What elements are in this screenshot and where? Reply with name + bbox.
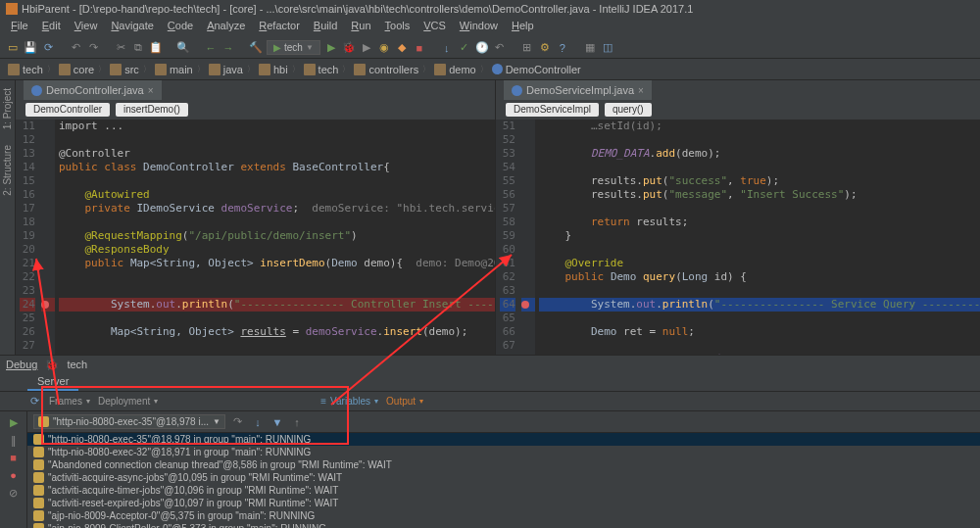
breadcrumb-item[interactable]: DemoController bbox=[492, 64, 581, 75]
breadcrumb-item[interactable]: controllers bbox=[354, 64, 418, 75]
menu-window[interactable]: Window bbox=[453, 18, 505, 37]
vcs-revert-icon[interactable]: ↶ bbox=[493, 41, 507, 55]
code-line[interactable] bbox=[59, 312, 495, 325]
menu-help[interactable]: Help bbox=[505, 18, 541, 37]
editor-tab-left[interactable]: DemoController.java × bbox=[24, 80, 162, 100]
breadcrumb-item[interactable]: hbi bbox=[259, 64, 288, 75]
editor-tab-right[interactable]: DemoServiceImpl.java × bbox=[504, 80, 652, 100]
code-line[interactable] bbox=[539, 202, 980, 216]
undo-icon[interactable]: ↶ bbox=[69, 41, 82, 55]
code-line[interactable] bbox=[59, 133, 495, 147]
editor-crumb[interactable]: query() bbox=[605, 103, 652, 117]
paste-icon[interactable]: 📋 bbox=[149, 41, 163, 55]
vcs-update-icon[interactable]: ↓ bbox=[440, 41, 454, 55]
code-editor-left[interactable]: 1112131415161718192021222324252627282930… bbox=[16, 120, 495, 355]
thread-row[interactable]: "http-nio-8080-exec-35"@18,978 in group … bbox=[27, 433, 980, 446]
menu-refactor[interactable]: Refactor bbox=[252, 18, 307, 37]
code-line[interactable]: public class DemoController extends Base… bbox=[59, 161, 495, 174]
code-editor-right[interactable]: 5152535455565758596061626364656667686970… bbox=[496, 120, 980, 355]
breadcrumb-item[interactable]: tech bbox=[304, 64, 339, 75]
breadcrumb-item[interactable]: tech bbox=[8, 64, 43, 75]
help-icon[interactable]: ? bbox=[556, 41, 569, 55]
thread-row[interactable]: "activiti-acquire-timer-jobs"@10,096 in … bbox=[27, 484, 980, 497]
code-line[interactable] bbox=[59, 216, 495, 229]
thread-row[interactable]: "http-nio-8080-exec-32"@18,971 in group … bbox=[27, 446, 980, 458]
code-line[interactable] bbox=[59, 339, 495, 353]
code-line[interactable] bbox=[59, 270, 495, 284]
menu-view[interactable]: View bbox=[68, 18, 105, 37]
coverage-icon[interactable]: ▶ bbox=[360, 41, 373, 55]
code-line[interactable]: Demo ret = null; bbox=[539, 325, 980, 339]
save-icon[interactable]: 💾 bbox=[24, 41, 37, 55]
code-line[interactable] bbox=[539, 339, 980, 353]
menu-tools[interactable]: Tools bbox=[378, 18, 417, 37]
thread-selector[interactable]: "http-nio-8080-exec-35"@18,978 i... ▼ bbox=[33, 414, 225, 429]
filter-icon[interactable]: ▼ bbox=[270, 415, 284, 429]
menu-code[interactable]: Code bbox=[161, 18, 200, 37]
step-out-icon[interactable]: ↑ bbox=[290, 415, 304, 429]
menu-analyze[interactable]: Analyze bbox=[200, 18, 252, 37]
code-line[interactable]: @Override bbox=[539, 257, 980, 270]
vcs-commit-icon[interactable]: ✓ bbox=[458, 41, 471, 55]
ext1-icon[interactable]: ▦ bbox=[583, 41, 597, 55]
breakpoint-icon[interactable] bbox=[41, 301, 49, 309]
code-line[interactable]: public Map<String, Object> insertDemo(De… bbox=[59, 257, 495, 270]
gear-icon[interactable]: ⚙ bbox=[538, 41, 552, 55]
menu-run[interactable]: Run bbox=[344, 18, 377, 37]
resume-icon[interactable]: ▶ bbox=[7, 415, 21, 429]
vcs-history-icon[interactable]: 🕐 bbox=[475, 41, 489, 55]
code-line[interactable]: return results; bbox=[59, 353, 495, 355]
code-line[interactable]: results.put("success", true); bbox=[539, 174, 980, 188]
code-line[interactable]: private IDemoService demoService; demoSe… bbox=[59, 202, 495, 216]
code-line[interactable]: DEMO_DATA.add(demo); bbox=[539, 147, 980, 161]
code-line[interactable]: @Controller bbox=[59, 147, 495, 161]
code-line[interactable]: @ResponseBody bbox=[59, 243, 495, 257]
run-config-selector[interactable]: ▶ tech ▼ bbox=[267, 40, 320, 55]
code-line[interactable]: …setId(id); bbox=[539, 120, 980, 133]
menu-navigate[interactable]: Navigate bbox=[104, 18, 160, 37]
view-bp-icon[interactable]: ● bbox=[7, 468, 21, 482]
deployment-section[interactable]: Deployment▾ bbox=[98, 396, 158, 407]
code-line[interactable]: import ... bbox=[59, 120, 495, 133]
code-line[interactable]: results.put("message", "Insert Success")… bbox=[539, 188, 980, 202]
attach-icon[interactable]: ◆ bbox=[395, 41, 409, 55]
code-line[interactable]: System.out.println("---------------- Con… bbox=[59, 298, 495, 312]
profiler-icon[interactable]: ◉ bbox=[377, 41, 391, 55]
code-line[interactable] bbox=[539, 133, 980, 147]
ext2-icon[interactable]: ◫ bbox=[601, 41, 614, 55]
sync-icon[interactable]: ⟳ bbox=[41, 41, 55, 55]
variables-section[interactable]: ≡ Variables▾ bbox=[320, 396, 378, 407]
pause-icon[interactable]: ‖ bbox=[7, 433, 21, 447]
code-line[interactable] bbox=[539, 243, 980, 257]
breadcrumb-item[interactable]: java bbox=[209, 64, 243, 75]
code-line[interactable]: @RequestMapping("/api/public/demo/insert… bbox=[59, 229, 495, 243]
breadcrumb-item[interactable]: src bbox=[110, 64, 139, 75]
code-line[interactable] bbox=[539, 284, 980, 298]
breadcrumb-item[interactable]: main bbox=[155, 64, 193, 75]
code-line[interactable]: Map<String, Object> results = demoServic… bbox=[59, 325, 495, 339]
editor-crumb[interactable]: DemoController bbox=[25, 103, 110, 117]
copy-icon[interactable]: ⧉ bbox=[131, 41, 145, 55]
side-tab-structure[interactable]: 2: Structure bbox=[0, 137, 15, 204]
breadcrumb-item[interactable]: demo bbox=[434, 64, 476, 75]
code-line[interactable]: return results; bbox=[539, 216, 980, 229]
step-into-icon[interactable]: ↓ bbox=[251, 415, 265, 429]
thread-row[interactable]: "ajp-nio-8009-ClientPoller-0"@5,373 in g… bbox=[27, 522, 980, 528]
editor-crumb[interactable]: insertDemo() bbox=[116, 103, 188, 117]
menu-vcs[interactable]: VCS bbox=[416, 18, 453, 37]
thread-list[interactable]: "http-nio-8080-exec-35"@18,978 in group … bbox=[27, 433, 980, 528]
editor-crumb[interactable]: DemoServiceImpl bbox=[506, 103, 599, 117]
thread-row[interactable]: "activiti-acquire-async-jobs"@10,095 in … bbox=[27, 471, 980, 484]
code-line[interactable] bbox=[59, 174, 495, 188]
side-tab-project[interactable]: 1: Project bbox=[0, 80, 15, 137]
code-line[interactable]: System.out.println("---------------- Ser… bbox=[539, 298, 980, 312]
thread-row[interactable]: "Abandoned connection cleanup thread"@8,… bbox=[27, 458, 980, 471]
run-icon[interactable]: ▶ bbox=[324, 41, 338, 55]
code-line[interactable] bbox=[59, 284, 495, 298]
code-line[interactable]: public Demo query(Long id) { bbox=[539, 270, 980, 284]
menu-edit[interactable]: Edit bbox=[35, 18, 68, 37]
cut-icon[interactable]: ✂ bbox=[114, 41, 127, 55]
search-icon[interactable]: 🔍 bbox=[176, 41, 190, 55]
code-line[interactable]: @Autowired bbox=[59, 188, 495, 202]
breadcrumb-item[interactable]: core bbox=[59, 64, 94, 75]
